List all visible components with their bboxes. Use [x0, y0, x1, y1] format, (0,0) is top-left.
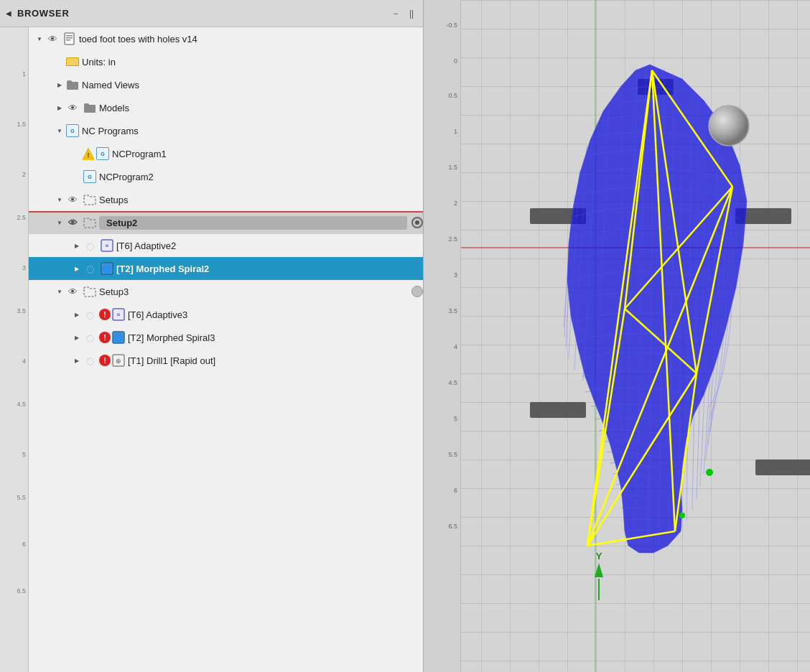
eye-icon-models[interactable]: 👁	[65, 100, 80, 116]
drill1-label: [T1] Drill1 [Rapid out]	[128, 355, 423, 366]
adaptive2-icon: ≈	[99, 238, 115, 253]
tree-root-item[interactable]: 👁 toed foot toes with holes v14	[29, 27, 423, 50]
expand-arrow-adaptive3[interactable]	[72, 309, 82, 319]
ruler-mark: 4.5	[17, 401, 26, 408]
expand-arrow-setups[interactable]	[55, 195, 65, 205]
root-label: toed foot toes with holes v14	[79, 34, 423, 45]
setups-folder-icon	[82, 192, 98, 207]
eye-icon-adaptive3[interactable]: ◌	[82, 307, 98, 322]
expand-arrow-nc-programs[interactable]	[55, 126, 65, 136]
expand-arrow-root[interactable]	[34, 34, 45, 44]
svg-rect-1	[66, 35, 73, 37]
ruler-mark: 3.5	[17, 307, 26, 314]
expand-arrow-setup3[interactable]	[55, 286, 65, 297]
y-axis: Y	[595, 551, 603, 600]
tree-morphed-spiral3-item[interactable]: ◌ ! 🌀 [T2] Morphed Spiral3	[29, 326, 423, 349]
nc-programs-label: NC Programs	[82, 126, 423, 136]
setup3-label: Setup3	[99, 286, 407, 297]
tree-adaptive2-item[interactable]: ◌ ≈ [T6] Adaptive2	[29, 234, 423, 257]
tree-adaptive3-item[interactable]: ◌ ! ≈ [T6] Adaptive3	[29, 303, 423, 326]
expand-arrow-models[interactable]	[55, 103, 65, 113]
setups-label: Setups	[99, 195, 423, 205]
tree-morphed-spiral2-item[interactable]: ◌ 🌀 [T2] Morphed Spiral2	[29, 257, 423, 280]
error-badge-spiral3: !	[99, 332, 111, 343]
tree-nc-programs-item[interactable]: G NC Programs	[29, 119, 423, 142]
ruler: 1 1.5 2 2.5 3 3.5 4 4.5 5 5.5 6 6.5	[0, 27, 29, 672]
spiral2-label: [T2] Morphed Spiral2	[116, 263, 423, 274]
expand-arrow-spiral2[interactable]	[72, 263, 82, 274]
spiral3-icon: 🌀	[111, 330, 126, 345]
units-label: Units: in	[82, 57, 423, 67]
3d-model-container	[510, 43, 810, 589]
y-axis-arrow	[595, 563, 603, 577]
browser-title: BROWSER	[17, 8, 384, 19]
eye-icon-spiral3[interactable]: ◌	[82, 330, 98, 345]
eye-icon-adaptive2[interactable]: ◌	[82, 238, 98, 253]
svg-rect-2	[66, 37, 73, 39]
spiral3-label: [T2] Morphed Spiral3	[128, 332, 423, 343]
eye-icon-setups[interactable]: 👁	[65, 192, 80, 207]
ruler-mark: 6.5	[17, 587, 26, 594]
svg-rect-3	[66, 39, 70, 41]
tree-setup3-item[interactable]: 👁 Setup3	[29, 280, 423, 303]
tree-drill1-item[interactable]: ◌ ! ⊕ [T1] Drill1 [Rapid out]	[29, 349, 423, 372]
minimize-icon[interactable]: −	[390, 8, 401, 19]
y-axis-line	[598, 579, 600, 600]
nc-programs-icon: G	[65, 123, 80, 139]
expand-arrow-spiral3[interactable]	[72, 332, 82, 342]
adaptive3-icon: ≈	[111, 307, 126, 322]
error-badge-drill1: !	[99, 355, 111, 366]
ruler-mark: 2	[22, 171, 26, 178]
setup3-circle-icon	[411, 286, 423, 297]
eye-icon-setup3[interactable]: 👁	[65, 284, 80, 299]
svg-point-31	[679, 513, 685, 518]
models-folder-icon	[82, 100, 98, 116]
spiral2-icon: 🌀	[99, 261, 115, 276]
eye-icon-setup2[interactable]: 👁	[65, 215, 80, 230]
nc-program2-label: NCProgram2	[99, 172, 423, 182]
setup2-folder-icon	[82, 215, 98, 230]
svg-point-29	[709, 106, 749, 146]
units-icon	[65, 54, 80, 70]
tree-setup2-item[interactable]: 👁 Setup2	[29, 211, 423, 234]
ruler-mark: 5.5	[17, 494, 26, 501]
expand-arrow-named-views[interactable]	[55, 80, 65, 90]
ruler-mark: 1.5	[17, 121, 26, 128]
ruler-mark: 5	[22, 451, 26, 458]
eye-icon[interactable]: 👁	[45, 31, 60, 47]
warning-badge-nc1: !	[82, 147, 95, 160]
eye-icon-spiral2[interactable]: ◌	[82, 261, 98, 276]
tree-units-item[interactable]: Units: in	[29, 50, 423, 73]
expand-arrow-adaptive2[interactable]	[72, 241, 82, 251]
svg-text:🌀: 🌀	[113, 332, 124, 342]
tree-setups-item[interactable]: 👁 Setups	[29, 188, 423, 211]
nc-program1-label: NCProgram1	[112, 149, 423, 159]
svg-point-30	[706, 469, 713, 476]
tree-named-views-item[interactable]: Named Views	[29, 73, 423, 96]
drill1-icon: ⊕	[111, 353, 126, 368]
tree-models-item[interactable]: 👁 Models	[29, 96, 423, 119]
collapse-arrow-icon[interactable]: ◀	[6, 9, 11, 17]
browser-panel: ◀ BROWSER − || 1 1.5 2 2.5 3 3.5 4 4.5 5…	[0, 0, 424, 672]
setup3-folder-icon	[82, 284, 98, 299]
divider-icon[interactable]: ||	[406, 8, 417, 19]
tree-nc-program2-item[interactable]: G NCProgram2	[29, 165, 423, 188]
expand-arrow-setup2[interactable]	[55, 218, 65, 228]
setup2-label: Setup2	[99, 216, 407, 230]
adaptive2-label: [T6] Adaptive2	[116, 241, 423, 251]
named-views-folder-icon	[65, 77, 80, 93]
error-badge-adaptive3: !	[99, 309, 111, 320]
nc2-icon: G	[82, 169, 98, 185]
ruler-mark: 6	[22, 541, 26, 548]
svg-text:🌀: 🌀	[102, 263, 112, 274]
expand-arrow-drill1[interactable]	[72, 355, 82, 365]
tree-nc-program1-item[interactable]: ! G NCProgram1	[29, 142, 423, 165]
ruler-mark: 1	[22, 70, 26, 78]
viewport[interactable]: -0.5 0 0.5 1 1.5 2 2.5 3 3.5 4 4.5 5 5.5…	[424, 0, 810, 672]
svg-rect-0	[65, 33, 74, 45]
setup2-target-icon	[411, 217, 423, 228]
eye-icon-drill1[interactable]: ◌	[82, 353, 98, 368]
ruler-mark: 3	[22, 264, 26, 271]
foot-mesh-svg	[510, 43, 810, 589]
models-label: Models	[99, 103, 423, 113]
